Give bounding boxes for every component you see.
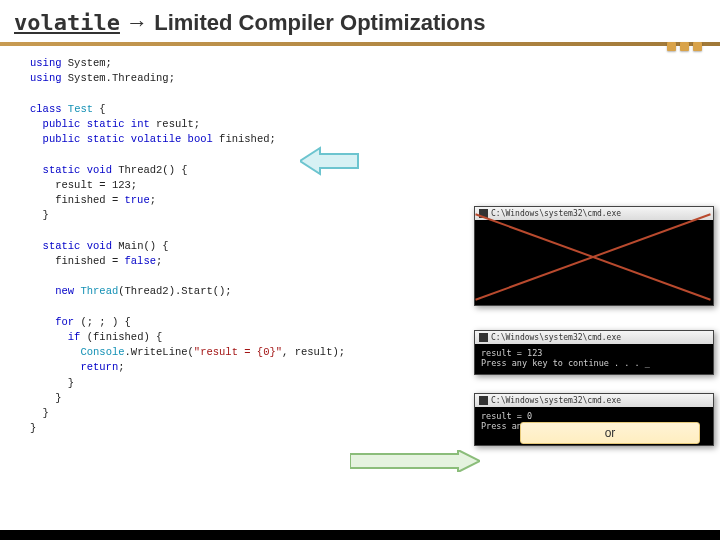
console-title-text: C:\Windows\system32\cmd.exe [491, 333, 621, 342]
highlight-arrow-output [350, 450, 480, 472]
console-body: result = 123 Press any key to continue .… [475, 344, 713, 372]
highlight-arrow-volatile [300, 146, 360, 176]
console-line: result = 123 [481, 348, 707, 358]
console-title-text: C:\Windows\system32\cmd.exe [491, 396, 621, 405]
cmd-icon [479, 396, 488, 405]
console-window-result-123: C:\Windows\system32\cmd.exe result = 123… [474, 330, 714, 375]
svg-marker-0 [300, 148, 358, 174]
or-label: or [520, 422, 700, 444]
console-titlebar: C:\Windows\system32\cmd.exe [475, 394, 713, 407]
cmd-icon [479, 333, 488, 342]
console-window-blank: C:\Windows\system32\cmd.exe [474, 206, 714, 306]
slide-content: using System; using System.Threading; cl… [0, 46, 720, 536]
console-line: Press any key to continue . . . _ [481, 358, 707, 368]
console-titlebar: C:\Windows\system32\cmd.exe [475, 207, 713, 220]
slide-title-bar: volatile → Limited Compiler Optimization… [0, 0, 720, 46]
console-line: result = 0 [481, 411, 707, 421]
console-group: C:\Windows\system32\cmd.exe C:\Windows\s… [474, 206, 714, 422]
bottom-strip [0, 530, 720, 540]
title-keyword: volatile [14, 10, 120, 35]
slide-title: volatile → Limited Compiler Optimization… [14, 10, 706, 36]
svg-marker-1 [350, 450, 480, 472]
title-arrow: → [126, 10, 148, 35]
cmd-icon [479, 209, 488, 218]
console-titlebar: C:\Windows\system32\cmd.exe [475, 331, 713, 344]
title-rest: Limited Compiler Optimizations [154, 10, 485, 35]
console-title-text: C:\Windows\system32\cmd.exe [491, 209, 621, 218]
console-body [475, 220, 713, 298]
